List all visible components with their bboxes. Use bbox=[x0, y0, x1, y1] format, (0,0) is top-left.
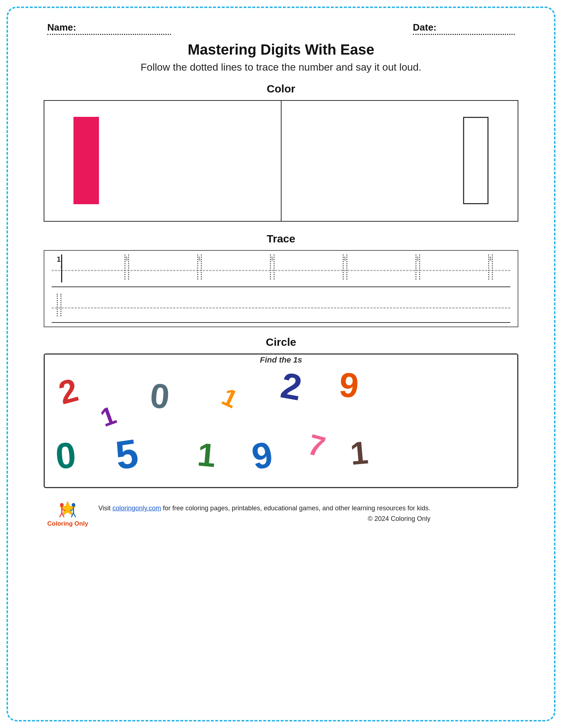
date-line bbox=[413, 34, 515, 35]
color-section: Color bbox=[44, 83, 518, 222]
small-1-e: 1 bbox=[416, 255, 419, 261]
dashed-midline-2 bbox=[52, 308, 510, 309]
scatter-num-4: 2 bbox=[278, 364, 305, 409]
visit-rest: for free coloring pages, printables, edu… bbox=[161, 505, 430, 512]
logo-svg bbox=[55, 500, 81, 519]
trace-dot-3b bbox=[274, 254, 275, 280]
small-1-f: 1 bbox=[489, 255, 492, 261]
content-area: Name: Date: Mastering Digits With Ease F… bbox=[22, 15, 540, 535]
arrow-down: ↓ bbox=[60, 262, 63, 269]
site-link[interactable]: coloringonly.com bbox=[112, 505, 161, 512]
trace-dot-4b bbox=[346, 254, 347, 280]
scatter-num-7: 5 bbox=[112, 430, 141, 478]
small-1-b: 1 bbox=[198, 255, 201, 261]
find-circle-label: Find the 1s bbox=[257, 355, 305, 365]
circle-label: Circle bbox=[44, 336, 518, 348]
scatter-num-9: 9 bbox=[248, 433, 276, 478]
footer-text: Visit coloringonly.com for free coloring… bbox=[98, 503, 430, 524]
footer-brand: Coloring Only bbox=[47, 520, 88, 527]
trace2-dot-1b bbox=[60, 294, 61, 316]
scatter-num-11: 1 bbox=[349, 434, 370, 472]
svg-line-7 bbox=[60, 513, 62, 517]
color-boxes-row bbox=[44, 100, 518, 222]
color-box-filled bbox=[44, 101, 282, 221]
name-section: Name: bbox=[47, 22, 171, 35]
visit-text: Visit bbox=[98, 505, 112, 512]
name-label: Name: bbox=[47, 22, 171, 33]
color-box-outline bbox=[282, 101, 518, 221]
scatter-num-10: 7 bbox=[304, 428, 329, 464]
circle-section: Circle Find the 1s 2 1 0 1 2 9 0 5 1 9 7… bbox=[44, 336, 518, 488]
scatter-num-5: 9 bbox=[338, 365, 360, 406]
footer-logo: Coloring Only bbox=[47, 500, 88, 527]
color-label: Color bbox=[44, 83, 518, 95]
small-1-d: 1 bbox=[343, 255, 346, 261]
scatter-num-1: 1 bbox=[96, 400, 120, 432]
trace2-dot-1 bbox=[57, 294, 58, 316]
trace-inner: 1 ↓ bbox=[44, 251, 518, 327]
footer: Coloring Only Visit coloringonly.com for… bbox=[44, 500, 518, 527]
date-label: Date: bbox=[413, 22, 515, 33]
trace-dot-1b bbox=[128, 254, 129, 280]
svg-point-1 bbox=[60, 503, 64, 507]
svg-point-2 bbox=[72, 503, 75, 507]
worksheet-page: Name: Date: Mastering Digits With Ease F… bbox=[0, 0, 562, 728]
scatter-num-6: 0 bbox=[54, 434, 77, 477]
trace-outer-box: 1 ↓ bbox=[44, 250, 518, 327]
small-1-c: 1 bbox=[271, 255, 274, 261]
trace-dot-5b bbox=[419, 254, 420, 280]
find-circle-box: Find the 1s 2 1 0 1 2 9 0 5 1 9 7 1 bbox=[44, 353, 518, 488]
scatter-num-3: 1 bbox=[218, 382, 242, 414]
svg-line-10 bbox=[73, 513, 76, 517]
date-section: Date: bbox=[413, 22, 515, 35]
header-row: Name: Date: bbox=[44, 22, 518, 35]
scatter-num-8: 1 bbox=[196, 436, 218, 475]
numbers-scatter: 2 1 0 1 2 9 0 5 1 9 7 1 bbox=[45, 355, 517, 487]
trace-dot-6b bbox=[492, 254, 493, 280]
trace-row-1: 1 ↓ bbox=[52, 254, 510, 287]
trace-row-2 bbox=[52, 294, 510, 323]
copyright: © 2024 Coloring Only bbox=[98, 514, 430, 524]
outline-rectangle bbox=[463, 117, 489, 204]
small-1-a: 1 bbox=[125, 255, 128, 261]
trace-section: Trace 1 ↓ bbox=[44, 233, 518, 327]
trace-dot-2b bbox=[201, 254, 202, 280]
name-line bbox=[47, 34, 171, 35]
trace-label: Trace bbox=[44, 233, 518, 245]
main-title: Mastering Digits With Ease bbox=[44, 41, 518, 58]
pink-rectangle bbox=[73, 117, 99, 204]
subtitle: Follow the dotted lines to trace the num… bbox=[44, 62, 518, 73]
dashed-midline-1 bbox=[52, 270, 510, 271]
scatter-num-2: 0 bbox=[148, 376, 171, 417]
scatter-num-0: 2 bbox=[55, 371, 82, 412]
